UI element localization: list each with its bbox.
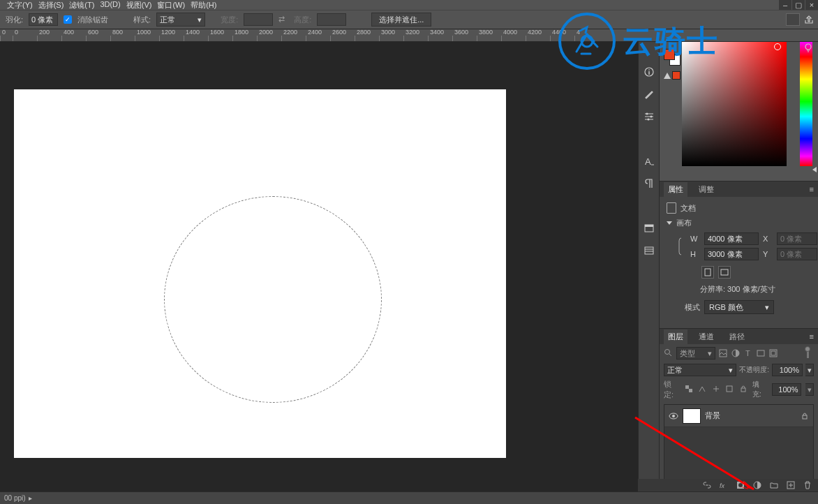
layer-thumbnail[interactable] <box>683 408 701 424</box>
feather-input[interactable] <box>29 13 58 26</box>
filter-smart-icon[interactable] <box>768 348 778 358</box>
lock-position-icon[interactable] <box>712 385 721 394</box>
close-button[interactable]: × <box>805 0 818 10</box>
svg-line-19 <box>669 354 671 356</box>
search-bulb-icon[interactable] <box>803 42 815 54</box>
color-field[interactable] <box>682 42 787 166</box>
svg-text:fx: fx <box>720 482 725 489</box>
canvas-section-label: 画布 <box>676 218 692 228</box>
opacity-label: 不透明度: <box>739 365 769 375</box>
dock-strip: A <box>638 42 659 491</box>
x-label: X <box>763 235 773 243</box>
gamut-warning-icon[interactable] <box>664 73 671 79</box>
antialias-label: 消除锯齿 <box>77 15 108 25</box>
lock-transparent-icon[interactable] <box>685 385 694 394</box>
visibility-icon[interactable] <box>669 411 678 421</box>
gamut-swatch[interactable] <box>672 71 681 80</box>
menu-text[interactable]: 文字(Y) <box>6 0 34 10</box>
maximize-button[interactable]: ▢ <box>792 0 805 10</box>
layers-panel-menu-icon[interactable]: ≡ <box>810 332 814 341</box>
svg-rect-17 <box>721 269 728 275</box>
canvas[interactable] <box>14 89 506 458</box>
tab-adjustments[interactable]: 调整 <box>694 182 718 197</box>
svg-point-8 <box>647 119 649 121</box>
sliders-icon[interactable] <box>643 110 655 123</box>
filter-type-icon[interactable]: T <box>743 348 753 358</box>
tab-paths[interactable]: 路径 <box>725 329 749 344</box>
filter-toggle[interactable] <box>807 348 814 358</box>
opacity-dropdown[interactable]: ▾ <box>805 364 814 376</box>
hue-slider-handle[interactable] <box>812 167 817 172</box>
mask-icon[interactable] <box>736 480 745 490</box>
svg-point-31 <box>672 415 675 417</box>
filter-pixel-icon[interactable] <box>718 348 728 358</box>
status-arrow-icon[interactable]: ▸ <box>29 494 32 502</box>
collapse-caret-icon[interactable] <box>667 221 672 225</box>
width-input <box>244 13 273 26</box>
menu-select[interactable]: 选择(S) <box>37 0 66 10</box>
link-layers-icon[interactable] <box>702 480 712 490</box>
brush-icon[interactable] <box>643 88 655 101</box>
opacity-input[interactable]: 100% <box>772 364 803 376</box>
lock-artboard-icon[interactable] <box>725 385 734 394</box>
svg-rect-28 <box>727 386 732 392</box>
menu-filter[interactable]: 滤镜(T) <box>68 0 96 10</box>
info-icon[interactable] <box>643 66 655 78</box>
window-controls: – ▢ × <box>778 0 818 10</box>
menu-window[interactable]: 窗口(W) <box>156 0 186 10</box>
svg-rect-16 <box>705 269 711 276</box>
share-icon[interactable] <box>804 15 814 24</box>
panel-menu-icon[interactable]: ≡ <box>810 185 814 193</box>
minimize-button[interactable]: – <box>779 0 791 10</box>
frame-icon[interactable] <box>786 13 800 26</box>
new-layer-icon[interactable] <box>786 480 796 490</box>
tab-channels[interactable]: 通道 <box>694 329 718 344</box>
style-label: 样式: <box>133 15 151 25</box>
w-label: W <box>690 235 700 243</box>
menu-help[interactable]: 帮助(H) <box>189 0 218 10</box>
blend-mode-select[interactable]: 正常▾ <box>664 364 736 376</box>
filter-shape-icon[interactable] <box>756 348 766 358</box>
menu-view[interactable]: 视图(V) <box>125 0 154 10</box>
type-icon[interactable]: A <box>643 155 655 168</box>
lock-all-icon[interactable] <box>739 385 748 394</box>
link-wh-icon[interactable] <box>676 237 686 256</box>
hue-slider[interactable] <box>800 42 812 166</box>
layer-row-background[interactable]: 背景 <box>664 405 813 427</box>
paragraph-icon[interactable] <box>643 177 655 190</box>
fill-dropdown[interactable]: ▾ <box>805 383 814 396</box>
libraries-icon[interactable] <box>643 244 655 257</box>
select-mask-button[interactable]: 选择并遮住... <box>371 13 431 27</box>
layer-lock-icon[interactable] <box>801 412 809 420</box>
portrait-button[interactable] <box>701 266 714 279</box>
layers-bottom-bar: fx <box>638 479 818 491</box>
height-field[interactable] <box>704 248 759 260</box>
delete-layer-icon[interactable] <box>803 480 812 490</box>
h-label: H <box>690 250 700 258</box>
canvas-area[interactable] <box>0 42 638 491</box>
fill-input[interactable]: 100% <box>772 383 802 396</box>
color-mode-select[interactable]: RGB 颜色▾ <box>704 300 774 314</box>
foreground-color-swatch[interactable] <box>664 49 675 60</box>
tab-properties[interactable]: 属性 <box>664 182 687 197</box>
antialias-checkbox[interactable]: ✓ <box>64 15 72 24</box>
tab-layers[interactable]: 图层 <box>664 329 687 344</box>
filter-type-select[interactable]: 类型▾ <box>676 347 715 360</box>
adjustment-layer-icon[interactable] <box>752 480 762 490</box>
color-picker-handle[interactable] <box>774 43 781 50</box>
lock-image-icon[interactable] <box>698 385 707 394</box>
ruler-horizontal: 0 0 200 400 600 800 1000 1200 1400 1600 … <box>0 29 818 42</box>
menu-3d[interactable]: 3D(D) <box>98 0 121 8</box>
style-select[interactable]: 正常▾ <box>156 13 205 27</box>
svg-rect-13 <box>645 247 653 254</box>
width-field[interactable] <box>704 232 759 245</box>
fx-icon[interactable]: fx <box>719 480 729 490</box>
layer-name[interactable]: 背景 <box>705 410 796 421</box>
filter-adjust-icon[interactable] <box>731 348 741 358</box>
group-icon[interactable] <box>769 480 779 490</box>
width-label: 宽度: <box>221 15 238 25</box>
swatches-icon[interactable] <box>643 222 655 235</box>
status-text: 00 ppi) <box>4 494 26 502</box>
resolution-text: 分辨率: 300 像素/英寸 <box>700 284 811 295</box>
landscape-button[interactable] <box>718 266 731 279</box>
